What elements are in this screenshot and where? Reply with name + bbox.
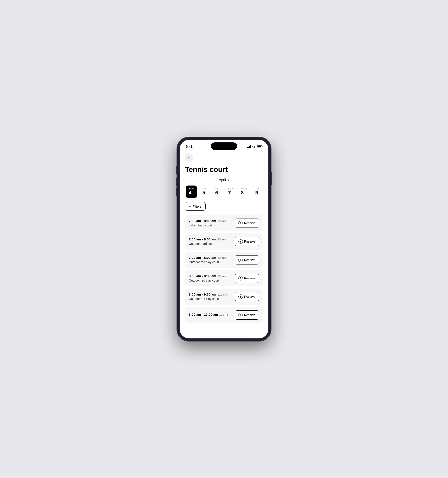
status-time: 9:41 xyxy=(186,145,193,149)
filters-button[interactable]: ≡ Filters xyxy=(185,202,206,211)
slot-time: 7:00 am - 8:00 am60 min xyxy=(189,256,235,259)
day-number: 6 xyxy=(215,190,220,195)
calendar-day-mon[interactable]: MON8 xyxy=(237,186,251,198)
chevron-down-icon: ∨ xyxy=(227,178,229,182)
day-number: 4 xyxy=(189,190,194,195)
month-label: April xyxy=(219,178,226,182)
slot-court: Outdoor red clay court xyxy=(189,297,235,301)
day-number: 9 xyxy=(255,190,259,195)
day-number: 5 xyxy=(202,190,207,195)
slot-card: 7:00 am - 8:00 am60 minOutdoor hard cour… xyxy=(185,233,263,250)
wifi-icon xyxy=(252,145,255,148)
dollar-icon: $ xyxy=(239,276,243,280)
phone-screen: 9:41 xyxy=(180,140,268,339)
slot-time: 7:00 am - 8:00 am60 min xyxy=(189,237,235,241)
slot-card: 8:00 am - 9:30 am120 minOutdoor red clay… xyxy=(185,289,263,305)
slot-info: 8:00 am - 8:30 am30 minOutdoor red clay … xyxy=(189,274,235,282)
reserve-button[interactable]: $Reserve xyxy=(235,292,259,301)
calendar-day-fri[interactable]: FRI5 xyxy=(198,186,211,198)
reserve-label: Reserve xyxy=(244,240,255,243)
slots-list: 7:00 am - 8:00 am60 minIndoor hard court… xyxy=(180,215,268,330)
reserve-button[interactable]: $Reserve xyxy=(235,219,259,228)
slot-duration: 60 min xyxy=(217,220,226,223)
status-icons xyxy=(247,145,263,148)
reserve-label: Reserve xyxy=(244,313,255,317)
battery-icon xyxy=(257,145,262,148)
slot-time: 7:00 am - 8:00 am60 min xyxy=(189,219,235,223)
slot-info: 7:00 am - 8:00 am60 minOutdoor hard cour… xyxy=(189,237,235,245)
slot-duration: 30 min xyxy=(217,275,226,278)
slot-card: 8:00 am - 8:30 am30 minOutdoor red clay … xyxy=(185,270,263,286)
filters-area: ≡ Filters xyxy=(180,202,268,211)
slot-time: 8:00 am - 8:30 am30 min xyxy=(189,274,235,278)
slot-duration: 120 min xyxy=(217,293,227,296)
reserve-button[interactable]: $Reserve xyxy=(235,255,259,264)
slot-court: Outdoor red clay court xyxy=(189,279,235,282)
slot-info: 8:00 am - 10:00 am120 min xyxy=(189,313,235,317)
slot-time: 8:00 am - 9:30 am120 min xyxy=(189,292,235,296)
day-number: 8 xyxy=(241,190,247,195)
dynamic-island xyxy=(211,142,237,150)
reserve-label: Reserve xyxy=(244,258,255,262)
slot-duration: 60 min xyxy=(217,238,226,241)
dollar-icon: $ xyxy=(239,258,243,262)
reserve-label: Reserve xyxy=(244,295,255,298)
filter-icon: ≡ xyxy=(189,205,191,208)
slot-court: Indoor hard court xyxy=(189,224,235,227)
day-name: MON xyxy=(241,187,247,190)
slot-info: 7:00 am - 8:00 am60 minOutdoor red clay … xyxy=(189,256,235,264)
slot-info: 8:00 am - 9:30 am120 minOutdoor red clay… xyxy=(189,292,235,301)
slot-time: 8:00 am - 10:00 am120 min xyxy=(189,313,235,316)
day-name: FRI xyxy=(202,187,207,190)
reserve-label: Reserve xyxy=(244,221,255,225)
day-name: THU xyxy=(189,187,194,190)
day-name: SAT xyxy=(215,187,220,190)
slot-duration: 120 min xyxy=(219,313,229,316)
app-content[interactable]: ‹ Tennis court April ∨ THU4FRI5SAT6SUN7M… xyxy=(180,151,268,339)
reserve-button[interactable]: $Reserve xyxy=(235,310,259,320)
calendar-day-sat[interactable]: SAT6 xyxy=(211,186,224,198)
calendar-strip: THU4FRI5SAT6SUN7MON8TU9 xyxy=(180,186,268,198)
reserve-button[interactable]: $Reserve xyxy=(235,237,259,246)
dollar-icon: $ xyxy=(239,295,243,299)
calendar-day-tu[interactable]: TU9 xyxy=(251,186,264,198)
slot-card: 7:00 am - 8:00 am60 minIndoor hard court… xyxy=(185,215,263,231)
day-name: TU xyxy=(255,187,259,190)
day-name: SUN xyxy=(228,187,234,190)
slot-card: 7:00 am - 8:00 am60 minOutdoor red clay … xyxy=(185,252,263,268)
calendar-day-thu[interactable]: THU4 xyxy=(185,186,198,198)
slot-court: Outdoor hard court xyxy=(189,242,235,245)
dollar-icon: $ xyxy=(239,313,243,317)
calendar-day-sun[interactable]: SUN7 xyxy=(224,186,237,198)
day-number: 7 xyxy=(228,190,234,195)
dollar-icon: $ xyxy=(239,221,243,225)
slot-info: 7:00 am - 8:00 am60 minIndoor hard court xyxy=(189,219,235,227)
filters-label: Filters xyxy=(193,205,202,208)
slot-duration: 60 min xyxy=(217,256,226,259)
back-chevron-icon: ‹ xyxy=(188,156,189,159)
reserve-button[interactable]: $Reserve xyxy=(235,274,259,283)
dollar-icon: $ xyxy=(239,239,243,244)
page-title: Tennis court xyxy=(185,165,263,174)
month-selector[interactable]: April ∨ xyxy=(180,178,268,182)
header-area: ‹ Tennis court xyxy=(180,151,268,174)
back-button[interactable]: ‹ xyxy=(185,153,193,162)
slot-card: 8:00 am - 10:00 am120 min$Reserve xyxy=(185,307,263,323)
phone-frame: 9:41 xyxy=(177,137,271,341)
reserve-label: Reserve xyxy=(244,277,255,280)
slot-court: Outdoor red clay court xyxy=(189,260,235,264)
signal-icon xyxy=(247,145,251,148)
